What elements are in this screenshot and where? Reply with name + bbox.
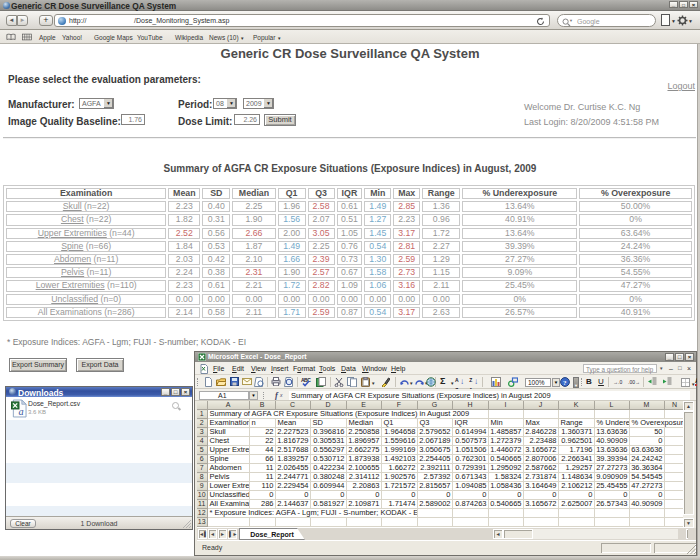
svg-text:?: ?	[563, 379, 567, 387]
svg-text:a: a	[19, 406, 24, 417]
